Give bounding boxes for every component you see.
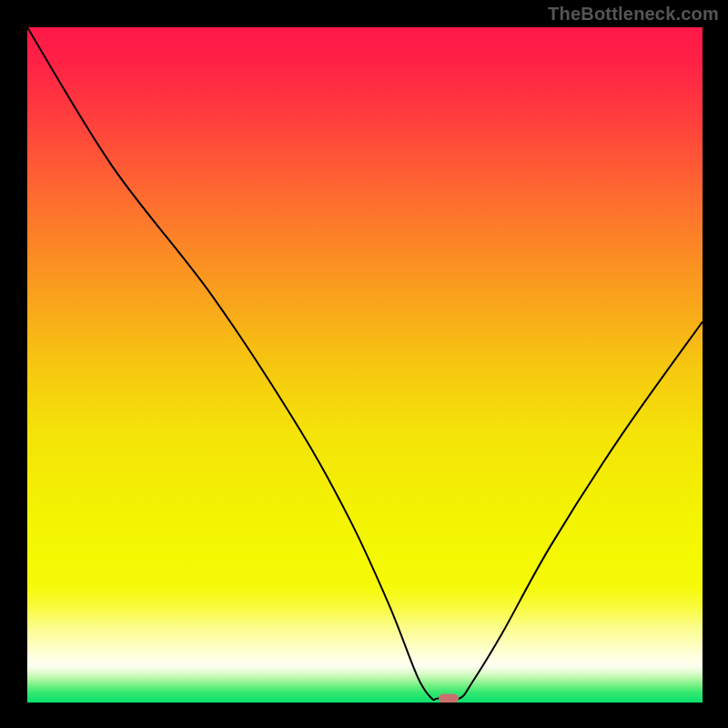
chart-frame: TheBottleneck.com [0,0,728,728]
plot-svg [27,27,703,703]
watermark-text: TheBottleneck.com [548,4,719,25]
plot-area [27,27,703,703]
gradient-background [27,27,703,703]
selected-point-marker [439,694,459,703]
